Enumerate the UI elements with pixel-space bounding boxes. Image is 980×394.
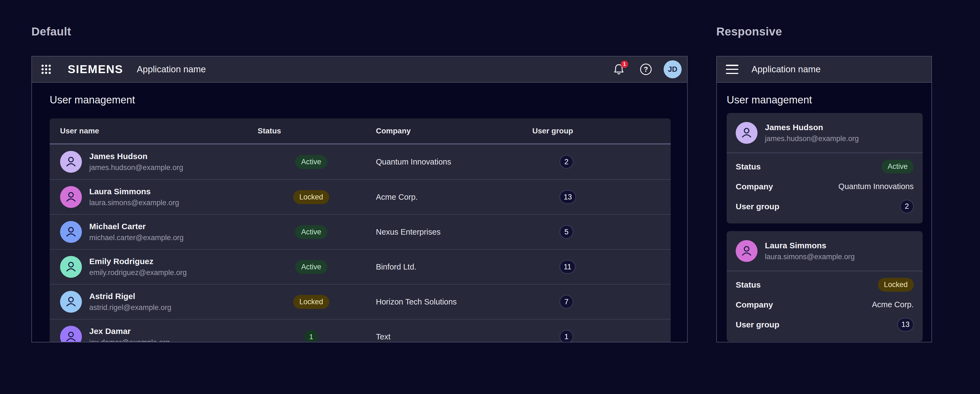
user-avatar-button[interactable]: JD (663, 60, 682, 78)
status-badge: Locked (293, 295, 329, 309)
app-launcher-button[interactable] (41, 64, 51, 75)
table-row[interactable]: Emily Rodriguez emily.rodriguez@example.… (50, 249, 671, 284)
user-name: Laura Simmons (89, 187, 179, 196)
user-name: Astrid Rigel (89, 292, 172, 301)
column-header-usergroup: User group (532, 127, 671, 135)
person-icon (63, 154, 79, 170)
user-group-badge: 2 (900, 200, 914, 213)
username-cell: Astrid Rigel astrid.rigel@example.org (50, 291, 258, 313)
user-email: james.hudson@example.org (89, 164, 183, 172)
status-label: Status (736, 280, 761, 289)
company-label: Company (736, 300, 773, 310)
table-row[interactable]: Laura Simmons laura.simons@example.org L… (50, 179, 671, 214)
status-badge: 1 (304, 330, 318, 342)
status-badge: Locked (878, 278, 914, 292)
user-group-badge: 2 (560, 155, 573, 168)
column-header-username: User name (50, 127, 258, 135)
user-email: james.hudson@example.org (765, 135, 859, 143)
section-title-responsive: Responsive (716, 25, 782, 38)
table-row[interactable]: Jex Damar jex.damar@example.org 1 Text 1 (50, 319, 671, 342)
company-value: Acme Corp. (872, 300, 914, 309)
usergroup-cell: 5 (532, 225, 671, 239)
default-variant-card: SIEMENS Application name 1 ? JD User man… (32, 56, 688, 342)
application-name: Application name (137, 64, 206, 75)
company-cell: Text (376, 332, 532, 342)
company-row: Company Quantum Innovations (727, 176, 923, 197)
user-email: astrid.rigel@example.org (89, 303, 172, 312)
user-email: emily.rodriguez@example.org (89, 268, 187, 277)
username-cell: Emily Rodriguez emily.rodriguez@example.… (50, 256, 258, 278)
responsive-content: User management James Hudson james.hudso… (717, 83, 931, 342)
person-icon (739, 243, 754, 259)
user-card[interactable]: James Hudson james.hudson@example.org St… (727, 113, 923, 224)
status-cell: Locked (258, 190, 376, 204)
usergroup-row: User group 13 (727, 315, 923, 335)
column-header-company: Company (376, 127, 532, 135)
user-card-header: James Hudson james.hudson@example.org (727, 113, 923, 153)
user-avatar (60, 291, 82, 313)
menu-button[interactable] (726, 65, 738, 74)
person-icon (63, 224, 79, 240)
status-label: Status (736, 162, 761, 172)
user-table: User name Status Company User group Jame… (50, 118, 671, 342)
default-content: User management User name Status Company… (32, 83, 687, 342)
responsive-page-title: User management (727, 94, 921, 106)
user-avatar (60, 256, 82, 278)
user-avatar (60, 151, 82, 173)
user-email: jex.damar@example.org (89, 338, 170, 342)
company-value: Quantum Innovations (838, 182, 914, 191)
username-cell: Jex Damar jex.damar@example.org (50, 326, 258, 342)
section-title-default: Default (32, 25, 71, 38)
status-badge: Active (295, 155, 327, 169)
user-name: James Hudson (765, 123, 859, 132)
usergroup-label: User group (736, 320, 780, 329)
cards-container: James Hudson james.hudson@example.org St… (727, 113, 921, 342)
company-row: Company Acme Corp. (727, 295, 923, 315)
app-header: SIEMENS Application name 1 ? JD (32, 57, 687, 83)
user-email: laura.simons@example.org (89, 199, 179, 207)
user-name: Laura Simmons (765, 241, 855, 250)
user-email: laura.simons@example.org (765, 253, 855, 261)
user-card[interactable]: Laura Simmons laura.simons@example.org S… (727, 231, 923, 342)
page: Default Responsive SIEMENS Application n… (0, 0, 980, 394)
user-email: michael.carter@example.org (89, 234, 184, 242)
status-badge: Active (295, 260, 327, 274)
usergroup-cell: 2 (532, 155, 671, 168)
status-row: Status Active (727, 157, 923, 176)
page-title: User management (50, 94, 687, 106)
user-group-badge: 11 (560, 260, 576, 274)
status-badge: Active (295, 225, 327, 239)
user-group-badge: 13 (897, 318, 914, 332)
company-cell: Quantum Innovations (376, 157, 532, 167)
user-card-header: Laura Simmons laura.simons@example.org (727, 231, 923, 271)
status-cell: Active (258, 260, 376, 274)
user-group-badge: 5 (560, 225, 573, 239)
user-avatar (736, 240, 757, 262)
person-icon (63, 259, 79, 275)
hamburger-icon (726, 65, 738, 74)
usergroup-row: User group 2 (727, 197, 923, 216)
usergroup-cell: 1 (532, 330, 671, 342)
question-mark-icon: ? (644, 65, 648, 74)
person-icon (63, 294, 79, 310)
status-row: Status Locked (727, 275, 923, 295)
table-row[interactable]: Michael Carter michael.carter@example.or… (50, 214, 671, 249)
status-cell: 1 (258, 330, 376, 342)
user-name: Jex Damar (89, 327, 170, 336)
company-cell: Nexus Enterprises (376, 227, 532, 237)
user-group-badge: 7 (560, 295, 573, 308)
table-row[interactable]: James Hudson james.hudson@example.org Ac… (50, 145, 671, 179)
company-label: Company (736, 182, 773, 191)
status-badge: Active (881, 160, 914, 173)
user-group-badge: 1 (560, 330, 573, 342)
usergroup-cell: 11 (532, 260, 671, 274)
responsive-variant-card: Application name User management James H… (716, 56, 932, 342)
help-button[interactable]: ? (640, 64, 652, 75)
user-name: James Hudson (89, 152, 183, 161)
status-badge: Locked (293, 190, 329, 204)
responsive-app-header: Application name (717, 57, 931, 83)
table-row[interactable]: Astrid Rigel astrid.rigel@example.org Lo… (50, 284, 671, 319)
notifications-button[interactable]: 1 (613, 63, 624, 76)
company-cell: Horizon Tech Solutions (376, 297, 532, 307)
user-avatar (736, 122, 757, 144)
